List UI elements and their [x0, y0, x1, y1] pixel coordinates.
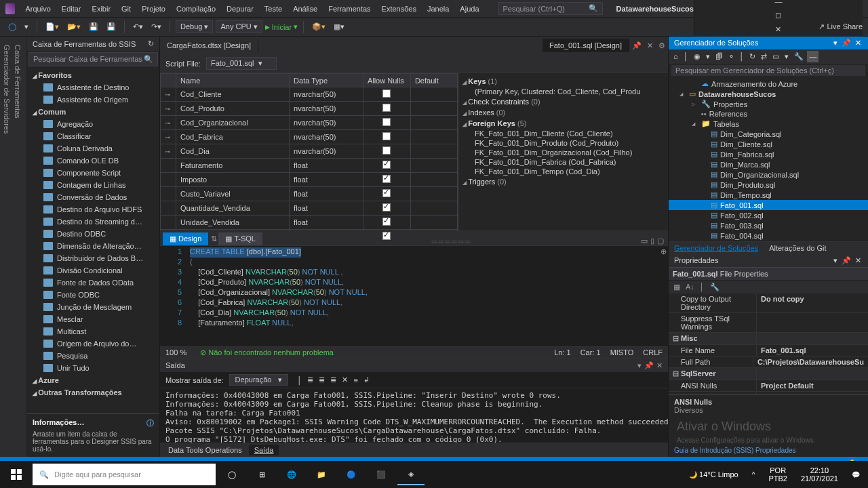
taskbar-edge-icon[interactable]: 🌐: [278, 464, 305, 485]
splitter-handle[interactable]: ══════: [264, 237, 639, 245]
live-share-button[interactable]: ↗ Live Share: [818, 22, 863, 31]
se-tb-4[interactable]: ⚬: [726, 51, 736, 62]
task-view-icon[interactable]: ⊞: [248, 464, 275, 485]
toolbox-item[interactable]: Pesquisa: [27, 350, 159, 362]
toolbox-item[interactable]: Destino do Streaming d…: [27, 216, 159, 228]
tray-notifications[interactable]: 💬: [846, 471, 865, 479]
output-dropdown-icon[interactable]: ▾: [637, 361, 642, 370]
toolbox-item[interactable]: Contagem de Linhas: [27, 179, 159, 191]
tab-cargafatos[interactable]: CargaFatos.dtsx [Design]: [160, 39, 258, 52]
solution-tree[interactable]: ☁ Armazenamento do Azure▭ DatawarehouseS…: [669, 77, 868, 241]
se-dropdown-icon[interactable]: ▾: [832, 39, 839, 47]
toolbox-item[interactable]: Junção de Mesclagem: [27, 301, 159, 313]
tab-server-explorer[interactable]: Gerenciador de Servidores: [1, 41, 12, 453]
sql-editor[interactable]: 1CREATE TABLE [dbo].[Fato_001] 2( 3 [Cod…: [160, 245, 668, 346]
back-button[interactable]: ◯: [5, 21, 19, 33]
tree-file[interactable]: ▤ Dim_Cliente.sql: [669, 139, 868, 149]
forward-button[interactable]: ▾: [22, 21, 31, 33]
tree-file[interactable]: ▤ Dim_Tempo.sql: [669, 190, 868, 200]
properties-grid[interactable]: Copy to Output DirectoryDo not copySuppr…: [669, 293, 868, 394]
toolbox-item[interactable]: Componente Script: [27, 167, 159, 179]
tree-file[interactable]: ▤ Dim_Organizacional.sql: [669, 169, 868, 180]
config-dropdown[interactable]: Debug ▾: [176, 20, 213, 33]
property-row[interactable]: ANSI NullsProject Default: [669, 380, 868, 392]
toolbox-group[interactable]: Favoritos: [27, 69, 159, 81]
menu-extensoes[interactable]: Extensões: [376, 2, 422, 16]
toolbox-item[interactable]: Assistente de Destino: [27, 81, 159, 94]
tree-file[interactable]: ▤ Fato_003.sql: [669, 220, 868, 230]
props-dropdown-icon[interactable]: ▾: [832, 256, 839, 265]
new-item-button[interactable]: 📄▾: [43, 21, 62, 33]
taskbar-chrome-icon[interactable]: 🔵: [338, 464, 365, 485]
column-row[interactable]: Unidade_Vendidafloat: [161, 216, 458, 230]
tab-close-icon[interactable]: ✕: [644, 40, 656, 52]
property-row[interactable]: Full PathC:\Projetos\DatawarehouseSu: [669, 357, 868, 368]
toolbox-group[interactable]: Azure: [27, 374, 159, 386]
open-button[interactable]: 📂▾: [64, 21, 83, 33]
tray-chevron[interactable]: ^: [747, 471, 761, 479]
property-row[interactable]: SqlServer: [669, 368, 868, 380]
minimize-button[interactable]: —: [769, 0, 787, 8]
toolbox-refresh-icon[interactable]: ↻: [148, 39, 154, 48]
property-row[interactable]: File NameFato_001.sql: [669, 345, 868, 357]
tree-file[interactable]: ▤ Dim_Fabrica.sql: [669, 149, 868, 159]
tab-fato001[interactable]: Fato_001.sql [Design]: [542, 39, 629, 52]
toolbox-item[interactable]: Divisão Condicional: [27, 264, 159, 277]
tab-options-icon[interactable]: ⚙: [656, 40, 668, 52]
taskbar-vs-icon[interactable]: ◈: [397, 464, 425, 485]
column-row[interactable]: Cod_Fabricanvarchar(50): [161, 130, 458, 144]
props-categorized-icon[interactable]: ▦: [671, 282, 682, 292]
redo-button[interactable]: ↷▾: [149, 21, 164, 33]
toolbar-btn-2[interactable]: ▦▾: [331, 21, 347, 33]
table-designer-grid[interactable]: NameData TypeAllow NullsDefault Cod_Clie…: [160, 73, 458, 230]
toolbox-item[interactable]: Agregação: [27, 118, 159, 130]
btab-saida[interactable]: Saída: [249, 445, 279, 455]
view-icon-3[interactable]: ▢: [656, 237, 665, 245]
column-row[interactable]: Quantidade_Vendidafloat: [161, 201, 458, 216]
se-wrench-icon[interactable]: 🔧: [792, 51, 806, 62]
info-icon[interactable]: ⓘ: [146, 418, 154, 428]
menu-janela[interactable]: Janela: [422, 2, 454, 16]
tray-lang[interactable]: PORPTB2: [763, 466, 793, 483]
tab-pin-icon[interactable]: 📌: [629, 40, 644, 52]
output-source-dropdown[interactable]: Depuração ▾: [229, 374, 288, 386]
quick-search[interactable]: Pesquisar (Ctrl+Q)🔍: [498, 2, 603, 15]
output-tb-4[interactable]: ✕: [342, 375, 348, 384]
toolbox-item[interactable]: Dimensão de Alteração…: [27, 240, 159, 252]
toolbox-item[interactable]: Destino ODBC: [27, 228, 159, 240]
se-tb-3[interactable]: 🗐: [713, 51, 725, 62]
props-pin-icon[interactable]: 📌: [840, 256, 852, 265]
menu-teste[interactable]: Teste: [259, 2, 288, 16]
toolbox-item[interactable]: Assistente de Origem: [27, 94, 159, 106]
se-close-icon[interactable]: ✕: [854, 39, 863, 47]
props-alpha-icon[interactable]: A↓: [684, 282, 696, 292]
tree-file[interactable]: ▤ Dim_Produto.sql: [669, 180, 868, 190]
toolbox-search[interactable]: Pesquisar Caixa de Ferramentas🔍: [28, 52, 158, 66]
tray-clock[interactable]: 22:1021/07/2021: [795, 466, 844, 483]
se-tb-5[interactable]: ⇄: [759, 51, 769, 62]
toolbar-btn-1[interactable]: 📦▾: [309, 21, 328, 33]
se-tb-6[interactable]: ▭: [770, 51, 781, 62]
tab-toolbox[interactable]: Caixa de Ferramentas: [12, 41, 23, 453]
tree-file[interactable]: ▤ Dim_Categoria.sql: [669, 129, 868, 139]
tab-git-changes[interactable]: Alterações do Git: [764, 242, 831, 254]
menu-compilacao[interactable]: Compilação: [171, 2, 221, 16]
se-pin-icon[interactable]: 📌: [840, 39, 852, 47]
tree-file[interactable]: ▤ Fato_001.sql: [669, 200, 868, 210]
output-tb-1[interactable]: ≣: [307, 375, 313, 384]
se-tb-2[interactable]: ▾: [704, 51, 712, 62]
output-close-icon[interactable]: ✕: [656, 361, 663, 370]
start-debug-button[interactable]: Iniciar ▾: [265, 22, 298, 31]
toolbox-item[interactable]: Mesclar: [27, 313, 159, 325]
weather-widget[interactable]: 🌙 14°C Limpo: [684, 470, 743, 479]
tree-file[interactable]: ▤ Dim_Marca.sql: [669, 159, 868, 169]
tree-file[interactable]: ▤ Fato_004.sql: [669, 230, 868, 241]
output-tb-6[interactable]: ↲: [363, 375, 370, 384]
menu-analise[interactable]: Análise: [288, 2, 323, 16]
subtab-split-icon[interactable]: ⇅: [210, 232, 218, 245]
column-row[interactable]: Cod_Dianvarchar(50): [161, 144, 458, 159]
solution-explorer-search[interactable]: Pesquisar em Gerenciador de Soluções (Ct…: [671, 65, 865, 76]
output-text[interactable]: Informações: 0x40043008 em Carga Fato001…: [160, 388, 668, 443]
ssis-links[interactable]: Guia de Introdução (SSIS) Propriedades: [669, 444, 868, 457]
cortana-icon[interactable]: ◯: [218, 464, 245, 485]
